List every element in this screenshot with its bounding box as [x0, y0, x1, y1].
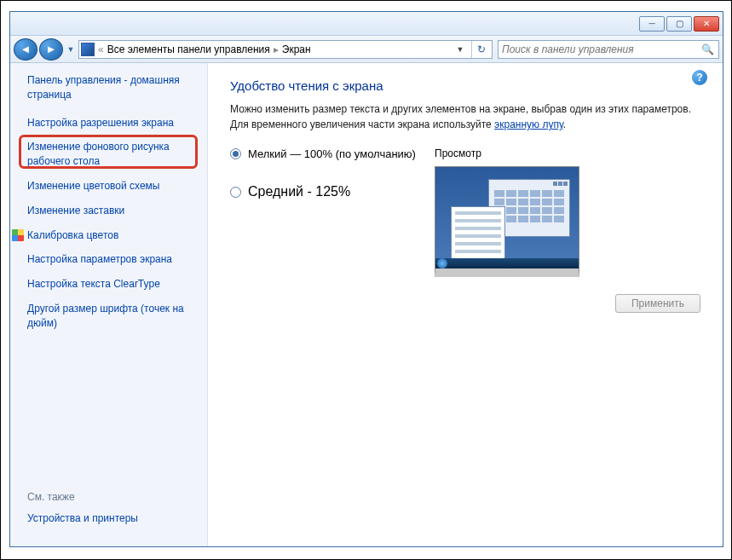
sidebar-home-link[interactable]: Панель управления - домашняя страница — [27, 73, 193, 102]
sidebar-item-dpi[interactable]: Другой размер шрифта (точек на дюйм) — [27, 302, 193, 331]
maximize-button[interactable]: ▢ — [666, 16, 692, 32]
see-also-label: См. также — [27, 491, 193, 503]
sidebar: Панель управления - домашняя страница На… — [10, 63, 208, 546]
preview-label: Просмотр — [435, 147, 700, 159]
see-also-devices[interactable]: Устройства и принтеры — [27, 511, 193, 526]
main-panel: ? Удобство чтения с экрана Можно изменит… — [208, 63, 723, 546]
radio-dot-icon — [230, 148, 241, 159]
radio-medium[interactable]: Средний - 125% — [230, 184, 435, 199]
nav-history-dropdown[interactable]: ▼ — [65, 38, 77, 61]
radio-dot-icon — [230, 187, 241, 198]
preview-monitor — [435, 166, 579, 277]
breadcrumb-arrow[interactable]: ▸ — [274, 43, 279, 55]
sidebar-item-color-scheme[interactable]: Изменение цветовой схемы — [27, 179, 193, 193]
apply-button[interactable]: Применить — [615, 294, 700, 313]
sidebar-item-screensaver[interactable]: Изменение заставки — [27, 204, 193, 218]
control-panel-icon — [81, 43, 95, 56]
preview-taskbar — [435, 258, 579, 268]
page-title: Удобство чтения с экрана — [230, 78, 700, 93]
desc-text-2: . — [563, 118, 566, 130]
breadcrumb-dropdown[interactable]: ▼ — [452, 42, 468, 57]
sidebar-item-display-settings[interactable]: Настройка параметров экрана — [27, 252, 193, 267]
radio-small-label: Мелкий — 100% (по умолчанию) — [248, 147, 416, 160]
preview-window-front — [451, 206, 505, 264]
search-box[interactable]: 🔍 — [498, 40, 719, 59]
radio-medium-label: Средний - 125% — [248, 184, 350, 199]
preview-column: Просмотр — [435, 147, 700, 277]
page-description: Можно изменить размер текста и других эл… — [230, 101, 700, 132]
desc-text-1: Можно изменить размер текста и других эл… — [230, 103, 691, 130]
search-icon[interactable]: 🔍 — [700, 42, 715, 57]
apply-row: Применить — [230, 294, 700, 313]
body: Панель управления - домашняя страница На… — [10, 63, 723, 546]
sidebar-item-resolution[interactable]: Настройка разрешения экрана — [27, 116, 193, 130]
preview-start-icon — [437, 258, 447, 268]
radio-column: Мелкий — 100% (по умолчанию) Средний - 1… — [230, 147, 435, 223]
address-bar[interactable]: « Все элементы панели управления ▸ Экран… — [78, 40, 493, 59]
help-icon[interactable]: ? — [692, 70, 707, 85]
titlebar: ─ ▢ ✕ — [10, 12, 723, 36]
breadcrumb-item-display[interactable]: Экран — [282, 43, 311, 55]
control-panel-window: ─ ▢ ✕ ◄ ► ▼ « Все элементы панели управл… — [9, 11, 723, 547]
scale-options: Мелкий — 100% (по умолчанию) Средний - 1… — [230, 147, 700, 277]
sidebar-item-wallpaper[interactable]: Изменение фонового рисунка рабочего стол… — [27, 140, 193, 169]
sidebar-item-cleartype[interactable]: Настройка текста ClearType — [27, 277, 193, 292]
back-button[interactable]: ◄ — [14, 38, 37, 61]
search-input[interactable] — [502, 43, 700, 55]
refresh-button[interactable]: ↻ — [471, 41, 490, 58]
radio-small[interactable]: Мелкий — 100% (по умолчанию) — [230, 147, 435, 160]
breadcrumb-sep: « — [98, 43, 104, 55]
magnifier-link[interactable]: экранную лупу — [494, 118, 563, 130]
sidebar-item-calibrate[interactable]: Калибровка цветов — [27, 228, 193, 243]
close-button[interactable]: ✕ — [694, 16, 719, 32]
navbar: ◄ ► ▼ « Все элементы панели управления ▸… — [10, 36, 723, 63]
forward-button[interactable]: ► — [39, 38, 63, 61]
breadcrumb-item-all[interactable]: Все элементы панели управления — [107, 43, 270, 55]
minimize-button[interactable]: ─ — [639, 16, 665, 32]
